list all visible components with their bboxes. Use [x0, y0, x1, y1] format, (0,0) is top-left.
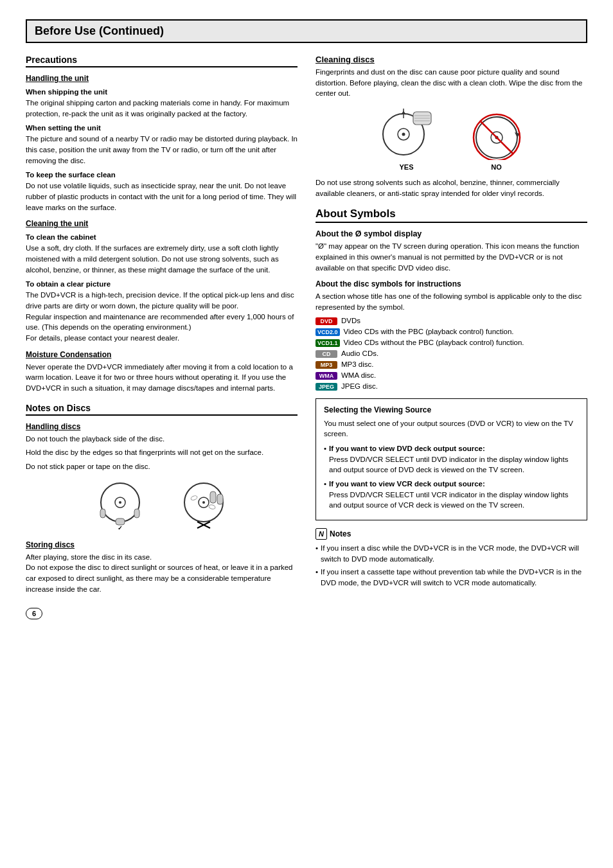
precautions-title: Precautions — [26, 55, 298, 67]
svg-text:✓: ✓ — [118, 525, 123, 531]
svg-point-2 — [119, 501, 121, 504]
handling-unit-section: Handling the unit When shipping the unit… — [26, 74, 298, 213]
disc-symbols-section: About the disc symbols for instructions … — [315, 279, 587, 390]
notes-icon: N — [315, 528, 327, 540]
clear-picture-text: The DVD+VCR is a high-tech, precision de… — [26, 290, 298, 343]
disc-type-dvd: DVD DVDs — [315, 317, 587, 325]
page-number-box: 6 — [26, 608, 42, 619]
when-setting-text: The picture and sound of a nearby TV or … — [26, 134, 298, 166]
disc-type-wma: WMA WMA disc. — [315, 371, 587, 380]
correct-disc-image: ✓ — [91, 480, 149, 533]
selecting-viewing-title: Selecting the Viewing Source — [324, 405, 579, 414]
surface-clean-subtitle: To keep the surface clean — [26, 171, 298, 179]
clean-cabinet-text: Use a soft, dry cloth. If the surfaces a… — [26, 243, 298, 275]
incorrect-disc-svg — [175, 480, 233, 531]
notes-section: N Notes • If you insert a disc while the… — [315, 528, 587, 589]
note-item-2: • If you insert a cassette tape without … — [315, 567, 587, 588]
precautions-section: Precautions Handling the unit When shipp… — [26, 55, 298, 394]
handling-unit-title: Handling the unit — [26, 74, 298, 83]
svg-rect-13 — [217, 494, 223, 504]
svg-point-10 — [190, 495, 197, 500]
svg-rect-12 — [210, 492, 216, 503]
notes-on-discs-section: Notes on Discs Handling discs Do not tou… — [26, 403, 298, 595]
yes-disc-image: YES — [375, 105, 439, 171]
handling-discs-title: Handling discs — [26, 422, 298, 431]
clear-picture-subtitle: To obtain a clear picture — [26, 280, 298, 288]
incorrect-disc-image — [175, 480, 233, 533]
page-header: Before Use (Continued) — [26, 19, 587, 43]
cleaning-discs-section: Cleaning discs Fingerprints and dust on … — [315, 55, 587, 199]
cleaning-discs-text: Fingerprints and dust on the disc can ca… — [315, 67, 587, 99]
notes-header: N Notes — [315, 528, 587, 540]
disc-type-mp3: MP3 MP3 disc. — [315, 360, 587, 369]
yes-label: YES — [375, 163, 439, 171]
svg-rect-4 — [134, 509, 139, 518]
disc-type-jpeg: JPEG JPEG disc. — [315, 382, 587, 391]
moisture-text: Never operate the DVD+VCR immediately af… — [26, 362, 298, 394]
disc-type-vcd20: VCD2.0 Video CDs with the PBC (playback … — [315, 328, 587, 336]
left-column: Precautions Handling the unit When shipp… — [26, 55, 298, 619]
right-column: Cleaning discs Fingerprints and dust on … — [315, 55, 587, 619]
moisture-title: Moisture Condensation — [26, 350, 298, 359]
disc-symbols-title: About the disc symbols for instructions — [315, 279, 587, 288]
cleaning-unit-section: Cleaning the unit To clean the cabinet U… — [26, 219, 298, 343]
moisture-section: Moisture Condensation Never operate the … — [26, 350, 298, 394]
disc-handling-images: ✓ — [26, 480, 298, 533]
svg-point-9 — [202, 501, 205, 504]
selecting-viewing-intro: You must select one of your output sourc… — [324, 418, 579, 439]
storing-discs-section: Storing discs After playing, store the d… — [26, 540, 298, 595]
handling-discs-line1: Do not touch the playback side of the di… — [26, 434, 298, 445]
notes-title: Notes — [330, 529, 351, 538]
handling-discs-section: Handling discs Do not touch the playback… — [26, 422, 298, 472]
svg-point-18 — [402, 133, 405, 136]
cleaning-unit-title: Cleaning the unit — [26, 219, 298, 228]
svg-point-11 — [208, 504, 215, 509]
note-item-1: • If you insert a disc while the DVD+VCR… — [315, 543, 587, 564]
when-shipping-subtitle: When shipping the unit — [26, 88, 298, 96]
selecting-viewing-box: Selecting the Viewing Source You must se… — [315, 398, 587, 520]
svg-rect-3 — [100, 509, 105, 518]
correct-disc-svg: ✓ — [91, 480, 149, 531]
clean-cabinet-subtitle: To clean the cabinet — [26, 233, 298, 241]
notes-on-discs-title: Notes on Discs — [26, 403, 298, 416]
cleaning-discs-title: Cleaning discs — [315, 55, 587, 64]
symbol-display-title: About the Ø symbol display — [315, 229, 587, 238]
when-setting-subtitle: When setting the unit — [26, 124, 298, 132]
no-label: NO — [465, 163, 529, 171]
storing-discs-title: Storing discs — [26, 540, 298, 549]
about-symbols-section: About Symbols About the Ø symbol display… — [315, 208, 587, 390]
cleaning-disc-images: YES NO — [315, 105, 587, 171]
handling-discs-line2: Hold the disc by the edges so that finge… — [26, 447, 298, 458]
yes-disc-svg — [375, 105, 439, 160]
svg-rect-5 — [116, 518, 125, 525]
no-disc-image: NO — [465, 105, 529, 171]
disc-type-cd: CD Audio CDs. — [315, 350, 587, 358]
symbol-display-text: "Ø" may appear on the TV screen during o… — [315, 241, 587, 273]
dvd-option: • If you want to view DVD deck output so… — [324, 443, 579, 475]
disc-type-list: DVD DVDs VCD2.0 Video CDs with the PBC (… — [315, 317, 587, 391]
disc-symbols-intro: A section whose title has one of the fol… — [315, 291, 587, 312]
storing-discs-text: After playing, store the disc in its cas… — [26, 552, 298, 595]
disc-type-vcd11: VCD1.1 Video CDs without the PBC (playba… — [315, 339, 587, 347]
handling-discs-line3: Do not stick paper or tape on the disc. — [26, 461, 298, 472]
vcr-option: • If you want to view VCR deck output so… — [324, 479, 579, 511]
when-shipping-text: The original shipping carton and packing… — [26, 98, 298, 119]
about-symbols-title: About Symbols — [315, 208, 587, 223]
svg-line-30 — [480, 121, 513, 154]
no-disc-svg — [465, 105, 529, 160]
symbol-display-section: About the Ø symbol display "Ø" may appea… — [315, 229, 587, 273]
surface-clean-text: Do not use volatile liquids, such as ins… — [26, 181, 298, 213]
cleaning-discs-additional: Do not use strong solvents such as alcoh… — [315, 177, 587, 199]
page-header-title: Before Use (Continued) — [35, 24, 164, 38]
